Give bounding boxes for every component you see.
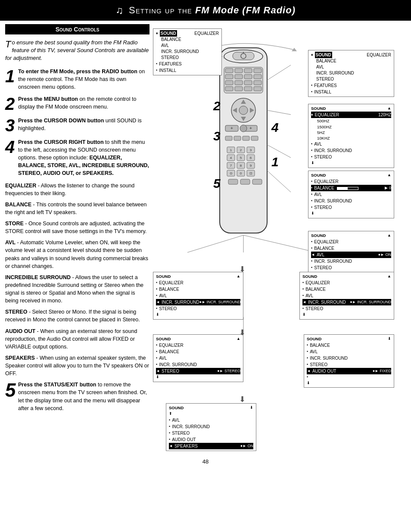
is-left-selected: ◄ INCR. SURROUND ●► INCR. SURROUND: [156, 299, 240, 305]
sm-sound-row: ♦ SOUND EQUALIZER: [311, 52, 391, 58]
svg-text:+: +: [249, 126, 252, 131]
avl-title-row: SOUND ▲: [311, 233, 391, 239]
def-balance: BALANCE - This controls the sound level …: [5, 201, 149, 216]
page-wrapper: ♫ Setting up the FM Mode (FM Radio) Soun…: [0, 0, 411, 469]
st-left-dn: ⬇: [156, 374, 240, 380]
svg-text:4: 4: [271, 120, 279, 134]
avl-stereo-row: • STEREO: [311, 264, 391, 271]
intro-body: o ensure the best sound quality from the…: [5, 39, 149, 61]
diagram-container: + + 1 2 3: [153, 24, 394, 451]
svg-rect-45: [247, 155, 255, 161]
svg-line-78: [243, 235, 317, 252]
svg-marker-71: [292, 48, 297, 51]
st-left-bal: • BALANCE: [156, 348, 240, 355]
is-right-bal: • BALANCE: [302, 286, 391, 292]
svg-rect-34: [234, 136, 241, 140]
svg-marker-26: [233, 108, 237, 113]
is-right-dn: ⬇: [302, 312, 391, 318]
menu-row-features: • FEATURES: [156, 61, 219, 67]
bal-avl-row: • AVL: [311, 191, 391, 198]
svg-rect-12: [244, 75, 252, 79]
st-left-incr: • INCR. SURROUND: [156, 361, 240, 368]
is-right-avl: • AVL: [302, 292, 391, 299]
spk-selected: ◄ SPEAKERS ●► ON: [169, 443, 253, 449]
is-right-title: SOUND ▲: [302, 274, 391, 280]
down-arrow-indicator-2: ⬇: [239, 328, 246, 337]
svg-text:3: 3: [213, 129, 221, 143]
page-number: 48: [0, 454, 411, 469]
svg-rect-49: [227, 162, 235, 168]
svg-point-22: [231, 98, 255, 122]
is-left-stereo: • STEREO: [156, 305, 240, 312]
svg-text:7: 7: [230, 164, 232, 168]
svg-rect-15: [235, 81, 243, 85]
svg-rect-20: [244, 87, 252, 91]
svg-rect-28: [225, 125, 238, 131]
svg-marker-27: [250, 108, 254, 113]
music-icon: ♫: [115, 4, 124, 16]
svg-rect-29: [244, 125, 257, 131]
def-audio-out: AUDIO OUT - When using an external stere…: [5, 327, 149, 351]
svg-line-73: [267, 110, 291, 115]
step-1: 1 To enter the FM Mode, press the RADIO …: [5, 68, 149, 91]
svg-line-74: [267, 145, 291, 158]
svg-rect-50: [237, 162, 245, 168]
step-2: 2 Press the MENU button on the remote co…: [5, 95, 149, 112]
spk-avl: • AVL: [169, 417, 253, 423]
avl-incr-row: • INCR. SURROUND: [311, 258, 391, 264]
st-left-avl: • AVL: [156, 355, 240, 361]
eq-down-arrow: ⬇: [311, 160, 391, 166]
eq-selected-row: ♦ EQUALIZER 120HZ: [311, 112, 391, 118]
st-left-eq: • EQUALIZER: [156, 342, 240, 348]
step-1-text: To enter the FM Mode, press the RADIO bu…: [18, 68, 149, 91]
balance-bar: [337, 187, 358, 190]
eq-stereo-row: • STEREO: [311, 154, 391, 160]
svg-rect-9: [254, 68, 262, 73]
stereo-left-menu: SOUND ▲ • EQUALIZER • BALANCE • AVL: [153, 334, 243, 382]
sound-main-menu: ♦ SOUND EQUALIZER BALANCE AVL INCR. SURR…: [308, 50, 394, 97]
sm-features-row: • FEATURES: [311, 82, 391, 89]
spk-title: SOUND ⬇: [169, 405, 253, 411]
svg-rect-11: [235, 75, 243, 79]
svg-marker-24: [241, 100, 246, 104]
avl-eq-row: • EQUALIZER: [311, 239, 391, 245]
content-row: Sound Controls To ensure the best sound …: [0, 21, 411, 454]
steps-list: 1 To enter the FM Mode, press the RADIO …: [5, 68, 149, 177]
svg-text:3: 3: [250, 148, 252, 152]
speakers-menu: SOUND ⬇ ⬆ • AVL • INCR. SURROUND • STERE: [166, 403, 256, 451]
step-5: 5 Press the STATUS/EXIT button to remove…: [5, 381, 149, 412]
svg-text:⊙: ⊙: [230, 171, 233, 175]
is-left-bal: • BALANCE: [156, 286, 240, 292]
svg-rect-51: [247, 162, 255, 168]
svg-rect-0: [220, 48, 267, 233]
svg-rect-61: [228, 179, 238, 184]
eq-incr-row: • INCR. SURROUND: [311, 147, 391, 154]
svg-text:1: 1: [230, 148, 232, 152]
svg-rect-6: [225, 68, 233, 73]
page-header: ♫ Setting up the FM Mode (FM Radio): [0, 0, 411, 21]
st-left-title: SOUND ▲: [156, 336, 240, 342]
sm-install-row: • INSTALL: [311, 89, 391, 95]
svg-text:4: 4: [230, 156, 232, 160]
svg-rect-5: [224, 67, 263, 93]
svg-rect-10: [225, 75, 233, 79]
avl-bal-row: • BALANCE: [311, 245, 391, 252]
svg-text:+: +: [230, 126, 233, 131]
svg-rect-57: [247, 170, 255, 176]
ao-title: SOUND ⬇: [307, 336, 391, 342]
svg-rect-8: [244, 68, 252, 73]
is-left-avl: • AVL: [156, 292, 240, 299]
bal-incr-row: • INCR. SURROUND: [311, 198, 391, 204]
svg-rect-63: [252, 179, 262, 184]
svg-rect-13: [254, 75, 262, 79]
down-arrow-indicator-3: ⬇: [239, 395, 246, 404]
menu-row-install: • INSTALL: [156, 67, 219, 74]
svg-rect-43: [227, 155, 235, 161]
step-2-text: Press the MENU button on the remote cont…: [18, 95, 149, 111]
svg-rect-7: [235, 68, 243, 73]
bal-title-row: SOUND ▲: [311, 172, 391, 178]
sm-sound-label: SOUND: [315, 52, 332, 58]
is-left-title: SOUND ▲: [156, 274, 240, 280]
ao-selected: ◄ AUDIO OUT ●► FIXED: [307, 368, 391, 374]
svg-rect-18: [225, 87, 233, 91]
